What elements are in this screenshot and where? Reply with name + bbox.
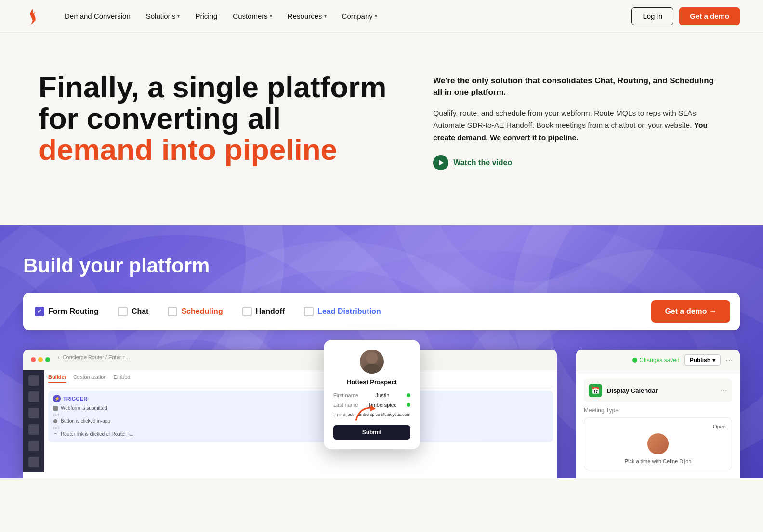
sidebar-icon-2[interactable] <box>28 391 39 402</box>
publish-chevron: ▾ <box>712 357 715 363</box>
trigger-label: ⚡ TRIGGER <box>53 395 548 402</box>
right-panel-content: 📅 Display Calendar ⋯ Meeting Type Open P… <box>576 371 740 478</box>
checkbox-scheduling-box[interactable] <box>168 307 177 316</box>
trigger-block: ⚡ TRIGGER Webform is submitted OR Button… <box>48 391 553 442</box>
watch-video-link[interactable]: Watch the video <box>433 155 724 170</box>
publish-button[interactable]: Publish ▾ <box>684 354 721 366</box>
display-calendar-item[interactable]: 📅 Display Calendar ⋯ <box>584 379 732 402</box>
platform-section: Build your platform Form Routing Chat Sc… <box>0 225 763 478</box>
sidebar-icon-3[interactable] <box>28 408 39 418</box>
logo-icon <box>23 7 41 26</box>
checkbox-chat[interactable]: Chat <box>108 304 158 319</box>
field-email-label: Email <box>333 412 347 417</box>
svg-point-8 <box>53 419 57 423</box>
hero-title: Finally, a single platform for convertin… <box>39 71 395 165</box>
main-mockup: ‹ Concierge Router / Enter n... B <box>23 350 557 478</box>
breadcrumb-back[interactable]: ‹ <box>58 354 60 360</box>
nav-pricing[interactable]: Pricing <box>195 12 217 20</box>
checkbox-lead-distribution-label: Lead Distribution <box>317 307 381 316</box>
avatar-illustration <box>360 350 384 374</box>
prospect-field-firstname: First name Justin <box>333 392 410 398</box>
hero-right: We're the only solution that consolidate… <box>433 71 724 170</box>
get-demo-button-nav[interactable]: Get a demo <box>679 7 740 25</box>
nav-links: Demand Conversion Solutions▾ Pricing Cus… <box>65 12 631 20</box>
hero-left: Finally, a single platform for convertin… <box>39 71 395 165</box>
calendar-label: Display Calendar <box>607 387 658 394</box>
platform-title: Build your platform <box>23 254 740 277</box>
mockup-topbar: ‹ Concierge Router / Enter n... <box>23 350 557 370</box>
field-firstname-label: First name <box>333 392 358 398</box>
svg-point-10 <box>363 364 381 374</box>
field-dot-2 <box>407 403 410 407</box>
prospect-card: Hottest Prospect First name Justin Last … <box>324 340 420 449</box>
sidebar-icon-6[interactable] <box>28 457 39 467</box>
prospect-avatar <box>360 350 384 374</box>
trigger-item-3: Router link is clicked or Router li... <box>53 431 548 437</box>
dot-minimize <box>38 357 43 362</box>
pick-time-card: Open Pick a time with Celine Dijon <box>584 417 732 470</box>
breadcrumb-text: Concierge Router / Enter n... <box>63 354 130 360</box>
checkbox-handoff[interactable]: Handoff <box>233 304 294 319</box>
webform-icon <box>53 406 58 411</box>
sidebar-icon-1[interactable] <box>28 375 39 386</box>
checkbox-chat-label: Chat <box>132 307 149 316</box>
dot-close <box>31 357 36 362</box>
router-tabs: Builder Customization Embed <box>48 374 553 386</box>
play-icon <box>433 155 448 170</box>
svg-point-12 <box>632 358 637 363</box>
pick-time-label: Pick a time with Celine Dijon <box>590 458 726 464</box>
checkbox-scheduling-label: Scheduling <box>181 307 223 316</box>
router-content: Builder Customization Embed ⚡ TRIGGER We… <box>44 370 557 472</box>
nav-customers[interactable]: Customers▾ <box>233 12 272 20</box>
changes-saved-status: Changes saved <box>632 357 679 363</box>
checkbox-chat-box[interactable] <box>118 307 128 316</box>
tab-customization[interactable]: Customization <box>73 374 107 383</box>
field-firstname-value: Justin <box>376 392 390 398</box>
tab-builder[interactable]: Builder <box>48 374 66 383</box>
meeting-type-label: Meeting Type <box>584 407 732 414</box>
svg-point-9 <box>366 352 378 364</box>
nav-company[interactable]: Company▾ <box>342 12 377 20</box>
right-panel-topbar: Changes saved Publish ▾ ⋯ <box>576 350 740 371</box>
checkbox-lead-distribution-box[interactable] <box>304 307 314 316</box>
right-panel: Changes saved Publish ▾ ⋯ 📅 Display Cale… <box>576 350 740 478</box>
more-options-icon[interactable]: ⋯ <box>725 356 733 365</box>
or-label-1: OR <box>53 413 548 417</box>
or-label-2: OR <box>53 426 548 430</box>
hero-tagline: We're the only solution that consolidate… <box>433 75 724 98</box>
logo[interactable] <box>23 7 41 26</box>
sidebar-icon-4[interactable] <box>28 424 39 435</box>
tab-embed[interactable]: Embed <box>114 374 131 383</box>
prospect-submit-button[interactable]: Submit <box>333 425 410 440</box>
open-label: Open <box>713 424 726 429</box>
field-dot-1 <box>407 393 410 397</box>
svg-rect-7 <box>53 406 58 411</box>
checkbox-form-routing-label: Form Routing <box>48 307 99 316</box>
get-demo-button-platform[interactable]: Get a demo → <box>651 300 730 323</box>
checkbox-scheduling[interactable]: Scheduling <box>158 304 232 319</box>
hero-body: Qualify, route, and schedule from your w… <box>433 107 724 144</box>
calendar-more-icon[interactable]: ⋯ <box>720 386 727 395</box>
login-button[interactable]: Log in <box>631 7 673 25</box>
mockup-wrapper: ‹ Concierge Router / Enter n... B <box>23 350 740 478</box>
saved-icon <box>632 358 637 363</box>
checkbox-handoff-box[interactable] <box>242 307 252 316</box>
checkbox-lead-distribution[interactable]: Lead Distribution <box>294 304 391 319</box>
celine-avatar <box>647 433 669 454</box>
nav-resources[interactable]: Resources▾ <box>288 12 327 20</box>
router-icon <box>53 432 58 437</box>
navbar: Demand Conversion Solutions▾ Pricing Cus… <box>0 0 763 33</box>
nav-actions: Log in Get a demo <box>631 7 740 25</box>
checkbox-form-routing-box[interactable] <box>35 307 44 316</box>
checkbox-form-routing[interactable]: Form Routing <box>33 304 108 319</box>
sidebar-icon-5[interactable] <box>28 441 39 451</box>
nav-solutions[interactable]: Solutions▾ <box>146 12 180 20</box>
trigger-icon: ⚡ <box>53 395 61 402</box>
trigger-item-1: Webform is submitted <box>53 405 548 411</box>
checkbox-handoff-label: Handoff <box>256 307 285 316</box>
prospect-title: Hottest Prospect <box>333 378 410 386</box>
button-icon <box>53 419 58 424</box>
nav-demand-conversion[interactable]: Demand Conversion <box>65 12 131 20</box>
mockup-body: Builder Customization Embed ⚡ TRIGGER We… <box>23 370 557 472</box>
hero-section: Finally, a single platform for convertin… <box>0 33 763 225</box>
